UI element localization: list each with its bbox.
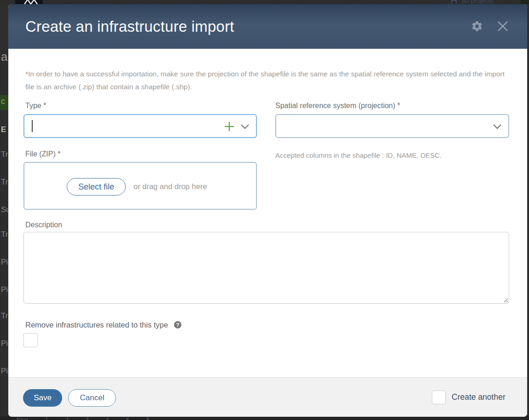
text-cursor xyxy=(32,120,33,132)
chevron-down-icon[interactable] xyxy=(240,124,250,129)
add-type-icon[interactable] xyxy=(224,121,235,132)
create-another-checkbox[interactable] xyxy=(432,391,446,404)
type-combobox[interactable] xyxy=(23,114,257,138)
file-label: File (ZIP) * xyxy=(25,150,60,158)
screen: All projects acETrTrSuTrPiPiTrPiPi Next … xyxy=(0,0,529,420)
background-pagination-fragment: Next 1 2 3 4 5 6 xyxy=(0,416,529,420)
select-file-button[interactable]: Select file xyxy=(67,178,126,196)
background-top-bar: All projects xyxy=(0,0,529,4)
create-infrastructure-import-dialog: Create an infrastructure import *In orde… xyxy=(8,4,527,417)
background-text-fragment: Tr xyxy=(1,230,8,239)
background-text-fragment: Tr xyxy=(1,150,8,159)
background-toolbar-fragment xyxy=(520,0,529,4)
background-text-fragment: Su xyxy=(1,205,8,214)
drag-drop-text: or drag and drop here xyxy=(134,182,207,191)
all-projects-label: All projects xyxy=(462,0,512,4)
accepted-columns-hint: Accepted columns in the shapefile : ID, … xyxy=(275,151,442,159)
background-text-fragment: Pi xyxy=(1,258,8,267)
srs-select[interactable] xyxy=(275,114,509,138)
background-text-fragment: E xyxy=(1,125,6,134)
pagination-text: Next 1 2 3 4 5 6 xyxy=(17,417,150,420)
remove-related-checkbox[interactable] xyxy=(23,333,38,347)
background-text-fragment: Tr xyxy=(1,311,8,321)
help-icon[interactable]: ? xyxy=(174,321,182,329)
import-instructions-note: *In order to have a successful importati… xyxy=(25,68,508,93)
type-label: Type * xyxy=(25,102,46,110)
background-text-fragment: Pi xyxy=(1,285,8,294)
background-text-fragment: Tr xyxy=(1,178,8,187)
remove-related-label: Remove infrastructures related to this t… xyxy=(25,321,168,329)
save-button[interactable]: Save xyxy=(23,389,62,407)
description-textarea[interactable] xyxy=(23,232,509,304)
dialog-footer: Save Cancel Create another xyxy=(8,377,527,417)
description-label: Description xyxy=(25,221,62,229)
svg-text:?: ? xyxy=(176,322,179,328)
chevron-down-icon[interactable] xyxy=(493,124,502,129)
background-text-fragment: a xyxy=(1,50,7,64)
background-text-fragment: Pi xyxy=(1,339,8,348)
projects-icon xyxy=(451,0,457,4)
background-text-fragment: Pi xyxy=(1,367,8,376)
srs-label: Spatial reference system (projection) * xyxy=(275,102,400,110)
close-icon[interactable] xyxy=(496,19,510,33)
dialog-title: Create an infrastructure import xyxy=(25,4,234,49)
background-text-fragment: c xyxy=(1,97,5,106)
cancel-button[interactable]: Cancel xyxy=(68,389,116,407)
settings-gear-icon[interactable] xyxy=(471,20,483,32)
background-left-edge: acETrTrSuTrPiPiTrPiPi xyxy=(0,4,8,416)
file-dropzone[interactable]: Select file or drag and drop here xyxy=(23,162,257,210)
dialog-header: Create an infrastructure import xyxy=(8,4,527,49)
create-another-label[interactable]: Create another xyxy=(452,392,506,402)
app-logo xyxy=(15,0,43,4)
remove-related-row: Remove infrastructures related to this t… xyxy=(25,321,182,329)
